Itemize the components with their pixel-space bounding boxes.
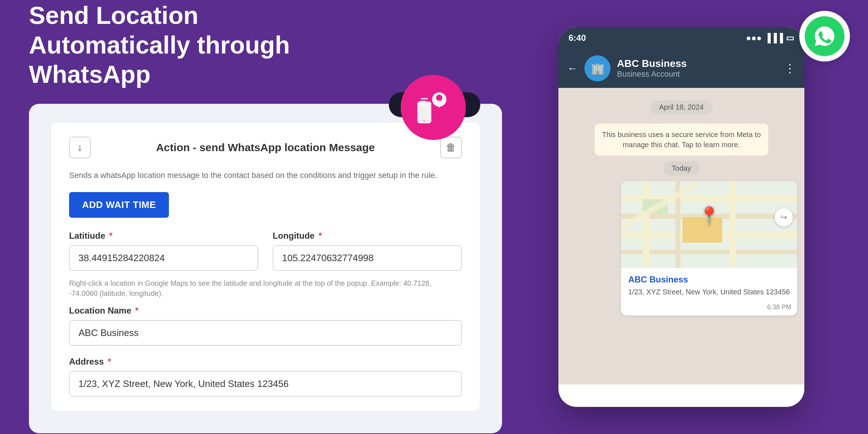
chat-body: April 18, 2024 This business uses a secu… <box>558 88 804 384</box>
download-icon: ↓ <box>77 142 82 153</box>
wifi-icon: ●●● <box>746 33 762 43</box>
longitude-group: Longitude * <box>273 231 462 271</box>
secure-notice: This business uses a secure service from… <box>595 124 768 156</box>
latitude-required: * <box>109 231 112 241</box>
lat-long-row: Latitiude * Longitude * <box>69 231 462 271</box>
delete-button[interactable]: 🗑 <box>440 137 462 158</box>
signal-icon: ▐▐▐ <box>765 33 783 43</box>
svg-point-2 <box>423 120 425 122</box>
map-pin: 📍 <box>698 206 720 226</box>
chat-name: ABC Business <box>617 58 778 69</box>
location-address: 1/23, XYZ Street, New York, United State… <box>628 287 790 297</box>
trash-icon: 🗑 <box>446 141 456 153</box>
business-avatar: 🏢 <box>584 55 610 81</box>
add-wait-time-button[interactable]: ADD WAIT TIME <box>69 192 169 218</box>
address-input[interactable] <box>69 371 462 397</box>
latitude-input[interactable] <box>69 245 258 271</box>
form-description: Sends a whatsApp location message to the… <box>69 169 462 181</box>
longitude-label: Longitude * <box>273 231 462 241</box>
location-name-required: * <box>135 306 139 315</box>
svg-rect-1 <box>419 103 430 119</box>
location-name-input[interactable] <box>69 320 462 346</box>
address-label: Address * <box>69 357 462 367</box>
longitude-required: * <box>319 231 322 241</box>
form-card: ↓ Action - send WhatsApp location Messag… <box>51 122 480 412</box>
main-container: Send Location Automatically through What… <box>0 0 868 434</box>
download-button[interactable]: ↓ <box>69 137 91 158</box>
right-section: 6:40 ●●● ▐▐▐ ▭ ← 🏢 ABC Business Business… <box>524 22 839 412</box>
latitude-label: Latitiude * <box>69 231 258 241</box>
coordinates-hint: Right-click a location in Google Maps to… <box>69 278 462 298</box>
location-message-bubble: 📍 ↪ ABC Business 1/23, XYZ Street, New Y… <box>621 181 797 315</box>
longitude-input[interactable] <box>273 245 462 271</box>
back-button[interactable]: ← <box>567 62 578 75</box>
address-required: * <box>108 357 111 366</box>
status-icons: ●●● ▐▐▐ ▭ <box>746 33 794 43</box>
address-group: Address * <box>69 357 462 397</box>
bubble-time: 6:38 PM <box>621 303 797 315</box>
today-chip: Today <box>663 161 699 175</box>
svg-point-4 <box>436 95 443 101</box>
chat-menu-button[interactable]: ⋮ <box>784 61 796 75</box>
date-chip: April 18, 2024 <box>650 100 712 114</box>
chat-info: ABC Business Business Account <box>617 58 778 79</box>
battery-icon: ▭ <box>786 33 794 43</box>
whatsapp-circle <box>799 11 850 61</box>
location-name-label: Location Name * <box>69 306 462 316</box>
phone-status-bar: 6:40 ●●● ▐▐▐ ▭ <box>558 27 804 49</box>
latitude-group: Latitiude * <box>69 231 258 271</box>
floating-location-icon <box>401 75 466 140</box>
forward-button[interactable]: ↪ <box>775 208 793 226</box>
map-preview: 📍 <box>621 181 797 268</box>
left-section: Send Location Automatically through What… <box>29 22 502 412</box>
form-card-header: ↓ Action - send WhatsApp location Messag… <box>69 137 462 158</box>
today-separator: Today <box>566 161 797 175</box>
chat-header: ← 🏢 ABC Business Business Account ⋮ <box>558 49 804 88</box>
location-info: ABC Business 1/23, XYZ Street, New York,… <box>621 268 797 303</box>
whatsapp-icon <box>805 16 844 56</box>
form-card-title: Action - send WhatsApp location Message <box>156 141 375 154</box>
chat-subtitle: Business Account <box>617 69 778 79</box>
location-business-name: ABC Business <box>628 275 790 285</box>
phone-mockup: 6:40 ●●● ▐▐▐ ▭ ← 🏢 ABC Business Business… <box>558 27 804 407</box>
business-avatar-icon: 🏢 <box>591 62 604 75</box>
hero-title: Send Location Automatically through What… <box>29 1 354 89</box>
location-name-group: Location Name * <box>69 306 462 346</box>
status-time: 6:40 <box>569 33 586 43</box>
action-panel: ⚡ ACTIONS ↓ Action - send WhatsApp locat… <box>29 104 502 433</box>
date-separator: April 18, 2024 <box>566 100 797 114</box>
